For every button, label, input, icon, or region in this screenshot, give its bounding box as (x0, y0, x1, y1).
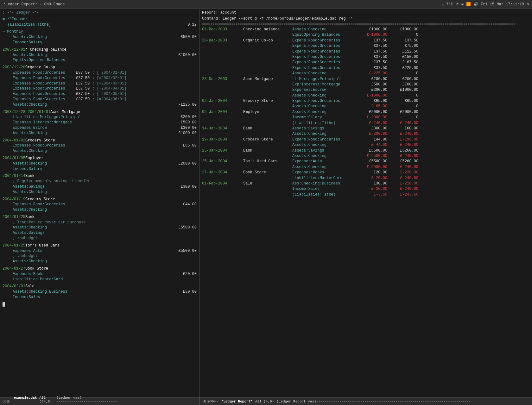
txn-20040125bank-tag: ; :nobudget: (3, 236, 197, 241)
txn-20040125cars-header: 2004/01/25 Tom's Used Cars (3, 243, 197, 248)
title-bar: *Ledger Report* - GNU Emacs ☁ 7°C ⟳ ✉ 📶 … (0, 0, 532, 9)
row-date (202, 165, 243, 170)
row-account: Li:Mortgage:Principal (292, 77, 359, 82)
txn-20031201-header: 2003/12/01 * Checking balance (3, 47, 197, 53)
row-date (202, 142, 243, 148)
row-date (202, 32, 243, 38)
status-bar-left: -U:@-- example.dat All (64,0) (Ledger ya… (0, 396, 200, 405)
row-payee (243, 153, 292, 159)
row-account: Expenses:Auto (292, 159, 359, 164)
row-account: Assets:Checking (292, 71, 359, 76)
row-date (202, 192, 243, 197)
txn-20031220-p2: Expenses:Food:Groceries £37.50 ; [=2004/… (3, 76, 197, 81)
assets-checking-periodic: Assets:Checking £500.00 (3, 34, 197, 40)
right-pane[interactable]: Report: account Command: ledger --sort d… (200, 9, 532, 397)
row-running: 0 (390, 71, 418, 76)
report-row: Assets:Checking £-1000.00 0 (202, 93, 529, 98)
window-title: *Ledger Report* - GNU Emacs (3, 2, 65, 7)
row-account: Assets:Checking (292, 142, 359, 148)
txn-20040125bank-header: 2004/01/25 Bank (3, 215, 197, 220)
row-payee: Sale (243, 181, 292, 186)
report-row: (Liabilities:Tithe) £-240.00 £-240.00 (202, 121, 529, 126)
report-row: 27-Jan-2004 Book Store Expenses:Books £2… (202, 170, 529, 175)
report-row: Income:Salary £-2000.00 0 (202, 115, 529, 120)
row-account: Assets:Savings (292, 148, 359, 153)
row-payee: Checking balance (243, 27, 292, 32)
row-account: (Liabilities:Tithe) (292, 121, 359, 126)
row-payee (243, 165, 292, 170)
row-date (202, 65, 243, 71)
report-rows: 01-Dec-2003 Checking balance Assets:Chec… (202, 27, 529, 197)
report-row: Expenses:Escrow £300.00 £1000.00 (202, 87, 529, 93)
row-payee: Acme Mortgage (243, 77, 292, 82)
right-buffername: *Ledger Report* (221, 400, 253, 403)
row-date: 01-Feb-2004 (202, 181, 243, 186)
report-row: Income:Sales £-30.00 £-240.00 (202, 186, 529, 192)
email-icon[interactable]: ✉ (461, 2, 464, 7)
txn-20040127-header: 2004/01/27 Book Store (3, 266, 197, 271)
report-separator: ========================================… (202, 22, 529, 27)
row-amount: £5500.00 (359, 148, 387, 153)
row-payee: Organic Co-op (243, 38, 292, 43)
txn-20040114-p1: Assets:Savings £300.00 (3, 184, 197, 190)
right-mode: -U:@%%-- (202, 400, 219, 403)
row-running: £60.00 (390, 126, 418, 131)
network-icon: 📶 (466, 2, 471, 7)
report-row: Expens:Food:Groceries £37.50 £150.00 (202, 54, 529, 60)
txn-20040201-p2: Income:Sales (3, 295, 197, 300)
row-running: £2000.00 (390, 109, 418, 115)
row-date: 05-Jan-2004 (202, 109, 243, 115)
row-running: £1000.00 (390, 87, 418, 93)
refresh-icon[interactable]: ⟳ (456, 2, 459, 7)
txn-20031220-p1: Expenses:Food:Groceries £37.50 ; [=2004/… (3, 70, 197, 76)
report-row: Liabilities:MasterCard £-20.00 £-240.00 (202, 176, 529, 181)
row-payee: Grocery Store (243, 137, 292, 142)
report-title: Report: account (202, 10, 529, 16)
row-payee (243, 82, 292, 87)
row-account: Assets:Savings (292, 126, 359, 131)
volume-icon[interactable]: 🔊 (473, 2, 478, 7)
row-account: Expens:Food:Groceries (292, 60, 359, 65)
report-row: Assets:Checking £-65.00 0 (202, 104, 529, 109)
row-date (202, 60, 243, 65)
row-running: £5260.00 (390, 159, 418, 164)
row-date: 20-Dec-2003 (202, 38, 243, 43)
settings-icon[interactable]: ⚙ (527, 2, 529, 7)
row-payee (243, 65, 292, 71)
row-payee (243, 54, 292, 60)
row-account: Assets:Checking (292, 93, 359, 98)
row-amount: £2000.00 (359, 109, 387, 115)
right-position: All (4,0) (255, 400, 274, 403)
row-running: £187.50 (390, 60, 418, 65)
report-row: Equi:Opening Balances £-1000.00 0 (202, 32, 529, 38)
row-amount: £300.00 (359, 126, 387, 131)
weather-display: ☁ 7°C (442, 2, 453, 7)
row-account: Expens:Food:Groceries (292, 98, 359, 104)
row-running: £225.00 (390, 65, 418, 71)
row-running: £-243.60 (390, 192, 418, 197)
row-payee (243, 71, 292, 76)
txn-20040102-p1: Expenses:Food:Groceries £65.00 (3, 143, 197, 148)
income-salary-periodic: Income:Salary (3, 40, 197, 45)
row-date: 02-Jan-2004 (202, 98, 243, 104)
row-account: Expens:Food:Groceries (292, 38, 359, 43)
row-running: £150.00 (390, 54, 418, 60)
row-date: 19-Jan-2004 (202, 137, 243, 142)
header-comment: ; -*- ledger -*- (3, 10, 197, 16)
row-account: Assets:Checking (292, 131, 359, 137)
left-position: All (64,0) (39, 396, 54, 405)
left-pane[interactable]: ; -*- ledger -*- = /^Income/ (Liabilitie… (0, 9, 200, 397)
row-account: Expens:Food:Groceries (292, 137, 359, 142)
row-running: £700.00 (390, 82, 418, 87)
row-payee: Employer (243, 109, 292, 115)
txn-20040119-p2: Assets:Checking (3, 207, 197, 213)
row-running: 0 (390, 104, 418, 109)
txn-20040125bank-p1: Assets:Checking £5500.00 (3, 225, 197, 230)
row-running: £-220.00 (390, 170, 418, 175)
row-date: 14-Jan-2004 (202, 126, 243, 131)
txn-20031220-header: 2003/12/20 Organic Co-op (3, 65, 197, 70)
report-row: 25-Jan-2004 Tom's Used Cars Expenses:Aut… (202, 159, 529, 164)
row-payee: Grocery Store (243, 98, 292, 104)
row-account: (Liabilities:Tithe) (292, 192, 359, 197)
report-row: 02-Jan-2004 Grocery Store Expens:Food:Gr… (202, 98, 529, 104)
